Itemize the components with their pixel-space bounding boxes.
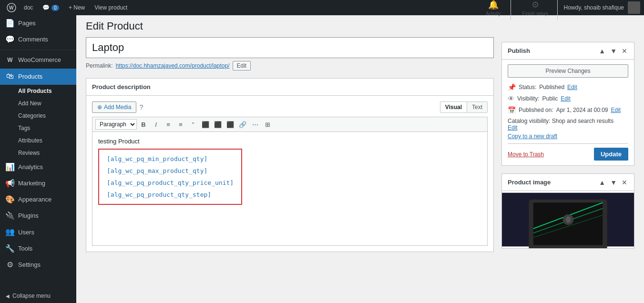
collapse-menu-btn[interactable]: ◀ Collapse menu — [0, 289, 76, 303]
submenu-attributes[interactable]: Attributes — [0, 134, 76, 147]
sidebar-item-comments[interactable]: 💬 Comments — [0, 31, 76, 48]
more-btn[interactable]: ⋯ — [249, 119, 261, 130]
help-icon[interactable]: ? — [139, 103, 143, 111]
right-sidebar: Publish ▲ ▼ ✕ Preview Changes 📌 Status: … — [494, 37, 634, 261]
publish-box-header: Publish ▲ ▼ ✕ — [502, 42, 634, 60]
catalog-label: Catalog visibility: — [508, 118, 550, 124]
sidebar-item-woocommerce[interactable]: W WooCommerce — [0, 52, 76, 68]
analytics-icon: 📊 — [6, 163, 14, 172]
published-edit-link[interactable]: Edit — [611, 107, 621, 113]
admin-bar: W doc 💬 0 + New View product 🔔 Activity … — [0, 0, 644, 15]
move-trash-link[interactable]: Move to Trash — [508, 151, 544, 158]
publish-close-btn[interactable]: ✕ — [621, 46, 628, 56]
publish-box: Publish ▲ ▼ ✕ Preview Changes 📌 Status: … — [501, 42, 634, 166]
catalog-edit-link[interactable]: Edit — [508, 124, 518, 131]
status-row: 📌 Status: Published Edit — [508, 83, 628, 91]
publish-collapse-down[interactable]: ▼ — [609, 46, 618, 56]
update-btn[interactable]: Update — [594, 148, 628, 161]
collapse-arrow-icon: ◀ — [6, 293, 10, 299]
adminbar-site-name: doc — [24, 4, 33, 11]
publish-box-body: Preview Changes 📌 Status: Published Edit… — [502, 60, 634, 165]
sidebar-item-settings[interactable]: ⚙ Settings — [0, 257, 76, 273]
align-left-btn[interactable]: ⬛ — [200, 119, 211, 130]
shortcode-line-3: [alg_wc_pq_product_qty_price_unit] — [107, 179, 234, 186]
sidebar-item-appearance-label: Appearance — [18, 195, 51, 204]
sidebar-item-products-label: Products — [18, 72, 42, 81]
comment-count: 0 — [51, 5, 59, 11]
published-value: Apr 1, 2024 at 00:09 — [556, 107, 608, 113]
published-row: 📅 Published on: Apr 1, 2024 at 00:09 Edi… — [508, 106, 628, 114]
comment-icon: 💬 — [42, 4, 50, 11]
adminbar-comments[interactable]: 💬 0 — [38, 0, 64, 15]
pages-icon: 📄 — [6, 19, 14, 28]
bold-btn[interactable]: B — [138, 119, 149, 130]
sidebar-item-products[interactable]: 🛍 Products — [0, 69, 76, 85]
unordered-list-btn[interactable]: ≡ — [163, 119, 174, 130]
catalog-visibility-row: Catalog visibility: Shop and search resu… — [508, 118, 628, 131]
avatar — [628, 1, 640, 14]
product-image-collapse-up[interactable]: ▲ — [598, 178, 606, 187]
shortcode-line-2: [alg_wc_pq_max_product_qty] — [107, 167, 234, 174]
submenu-tags[interactable]: Tags — [0, 122, 76, 134]
calendar-icon: 📅 — [508, 106, 516, 114]
adminbar-site[interactable]: doc — [19, 0, 38, 15]
fullscreen-btn[interactable]: ⊞ — [262, 119, 273, 130]
text-tab[interactable]: Text — [467, 101, 488, 113]
shortcode-line-1: [alg_wc_pq_min_product_qty] — [107, 155, 234, 162]
sidebar-item-plugins[interactable]: 🔌 Plugins — [0, 208, 76, 224]
ordered-list-btn[interactable]: ≡ — [175, 119, 186, 130]
activity-label: Activity — [486, 11, 501, 16]
sidebar-item-users-label: Users — [18, 228, 34, 237]
sidebar-item-marketing-label: Marketing — [18, 179, 45, 188]
visibility-edit-link[interactable]: Edit — [561, 95, 571, 102]
sidebar-item-appearance[interactable]: 🎨 Appearance — [0, 192, 76, 208]
page-title: Edit Product — [86, 20, 634, 32]
submenu-reviews[interactable]: Reviews — [0, 147, 76, 159]
editor-toolbar-row1: ⊕ Add Media ? Visual Text — [92, 101, 488, 113]
editor-toolbar-row2: Paragraph B I ≡ ≡ " ⬛ ⬛ ⬛ 🔗 — [92, 117, 488, 131]
sidebar-item-users[interactable]: 👥 Users — [0, 224, 76, 241]
menu-sep-1 — [0, 50, 76, 50]
product-image-close-btn[interactable]: ✕ — [621, 178, 628, 187]
appearance-icon: 🎨 — [6, 195, 14, 204]
sidebar-item-analytics-label: Analytics — [18, 163, 43, 172]
add-media-btn[interactable]: ⊕ Add Media — [92, 101, 136, 113]
preview-changes-btn[interactable]: Preview Changes — [508, 64, 628, 78]
copy-draft-link[interactable]: Copy to a new draft — [508, 133, 628, 140]
publish-actions: Move to Trash Update — [508, 143, 628, 161]
permalink-edit-btn[interactable]: Edit — [233, 61, 251, 71]
products-icon: 🛍 — [6, 72, 14, 81]
sidebar-item-tools[interactable]: 🔧 Tools — [0, 241, 76, 257]
product-image-collapse-down[interactable]: ▼ — [609, 178, 618, 187]
marketing-icon: 📢 — [6, 179, 14, 188]
link-btn[interactable]: 🔗 — [237, 119, 248, 130]
product-image-box: Product image ▲ ▼ ✕ — [501, 173, 634, 249]
product-description-header: Product description — [86, 79, 493, 96]
product-image-title: Product image — [508, 179, 595, 186]
product-title-input[interactable] — [86, 37, 494, 58]
permalink-url[interactable]: https://doc.hhamzajaved.com/product/lapt… — [116, 62, 230, 69]
wp-logo[interactable]: W — [4, 0, 19, 15]
status-edit-link[interactable]: Edit — [567, 84, 577, 91]
sidebar-item-pages[interactable]: 📄 Pages — [0, 15, 76, 31]
adminbar-new[interactable]: + New — [64, 0, 90, 15]
align-right-btn[interactable]: ⬛ — [225, 119, 236, 130]
italic-btn[interactable]: I — [150, 119, 162, 130]
sidebar-item-analytics[interactable]: 📊 Analytics — [0, 159, 76, 175]
sidebar-item-marketing[interactable]: 📢 Marketing — [0, 175, 76, 192]
submenu-categories[interactable]: Categories — [0, 110, 76, 122]
adminbar-greeting: Howdy, shoaib shafique — [563, 4, 624, 11]
finish-setup-btn[interactable]: ⚙ Finish setup — [513, 0, 558, 20]
product-image-preview[interactable] — [502, 191, 634, 248]
align-center-btn[interactable]: ⬛ — [212, 119, 224, 130]
editor-content[interactable]: testing Product [alg_wc_pq_min_product_q… — [92, 131, 488, 246]
paragraph-select[interactable]: Paragraph — [95, 119, 137, 130]
submenu-add-new[interactable]: Add New — [0, 97, 76, 110]
finish-setup-label: Finish setup — [522, 11, 548, 16]
adminbar-view-product[interactable]: View product — [90, 0, 132, 15]
visual-tab[interactable]: Visual — [440, 101, 467, 113]
submenu-all-products[interactable]: All Products — [0, 85, 76, 97]
activity-panel-btn[interactable]: 🔔 Activity — [476, 0, 511, 20]
blockquote-btn[interactable]: " — [187, 119, 199, 130]
publish-collapse-up[interactable]: ▲ — [598, 46, 606, 56]
